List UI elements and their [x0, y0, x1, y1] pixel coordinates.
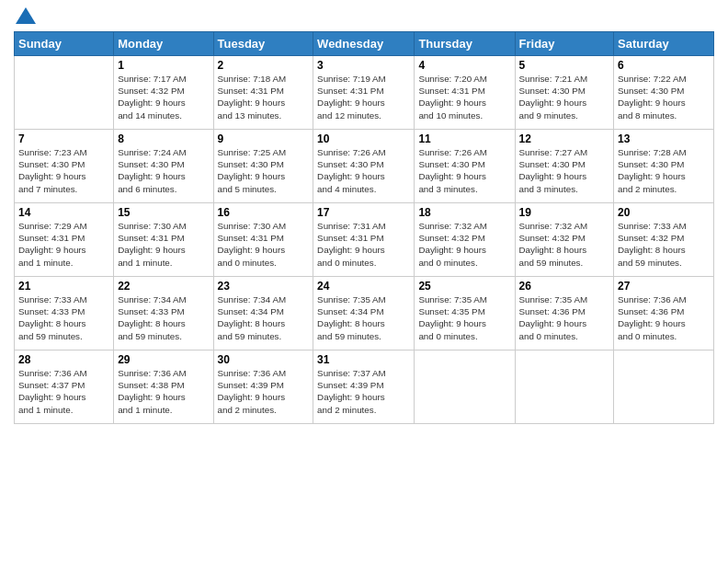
- day-cell-27: 27Sunrise: 7:36 AM Sunset: 4:36 PM Dayli…: [614, 277, 714, 350]
- day-cell-8: 8Sunrise: 7:24 AM Sunset: 4:30 PM Daylig…: [114, 130, 213, 203]
- day-info: Sunrise: 7:33 AM Sunset: 4:32 PM Dayligh…: [618, 220, 710, 269]
- day-info: Sunrise: 7:24 AM Sunset: 4:30 PM Dayligh…: [118, 146, 209, 195]
- day-number: 9: [218, 132, 310, 145]
- day-number: 4: [418, 59, 510, 72]
- day-number: 19: [519, 206, 610, 219]
- day-cell-21: 21Sunrise: 7:33 AM Sunset: 4:33 PM Dayli…: [15, 277, 114, 350]
- empty-cell: [614, 350, 714, 424]
- day-info: Sunrise: 7:35 AM Sunset: 4:35 PM Dayligh…: [418, 293, 510, 342]
- day-cell-28: 28Sunrise: 7:36 AM Sunset: 4:37 PM Dayli…: [15, 350, 114, 424]
- col-header-tuesday: Tuesday: [213, 32, 313, 56]
- day-cell-4: 4Sunrise: 7:20 AM Sunset: 4:31 PM Daylig…: [415, 56, 515, 130]
- day-number: 25: [418, 280, 510, 293]
- day-number: 26: [519, 280, 610, 293]
- day-cell-1: 1Sunrise: 7:17 AM Sunset: 4:32 PM Daylig…: [114, 56, 213, 130]
- day-info: Sunrise: 7:34 AM Sunset: 4:34 PM Dayligh…: [218, 293, 310, 342]
- week-row-1: 1Sunrise: 7:17 AM Sunset: 4:32 PM Daylig…: [15, 56, 714, 130]
- day-number: 1: [118, 59, 209, 72]
- day-number: 24: [317, 280, 410, 293]
- day-cell-6: 6Sunrise: 7:22 AM Sunset: 4:30 PM Daylig…: [614, 56, 714, 130]
- empty-cell: [15, 56, 114, 130]
- main-container: SundayMondayTuesdayWednesdayThursdayFrid…: [0, 0, 728, 433]
- day-cell-25: 25Sunrise: 7:35 AM Sunset: 4:35 PM Dayli…: [415, 277, 515, 350]
- day-info: Sunrise: 7:21 AM Sunset: 4:30 PM Dayligh…: [519, 73, 610, 121]
- day-info: Sunrise: 7:28 AM Sunset: 4:30 PM Dayligh…: [618, 146, 710, 195]
- day-cell-7: 7Sunrise: 7:23 AM Sunset: 4:30 PM Daylig…: [15, 130, 114, 203]
- calendar-table: SundayMondayTuesdayWednesdayThursdayFrid…: [14, 31, 714, 424]
- day-cell-23: 23Sunrise: 7:34 AM Sunset: 4:34 PM Dayli…: [213, 277, 313, 350]
- day-cell-24: 24Sunrise: 7:35 AM Sunset: 4:34 PM Dayli…: [313, 277, 415, 350]
- day-cell-2: 2Sunrise: 7:18 AM Sunset: 4:31 PM Daylig…: [213, 56, 313, 130]
- day-cell-15: 15Sunrise: 7:30 AM Sunset: 4:31 PM Dayli…: [114, 203, 213, 277]
- header: [14, 9, 714, 24]
- day-cell-20: 20Sunrise: 7:33 AM Sunset: 4:32 PM Dayli…: [614, 203, 714, 277]
- day-info: Sunrise: 7:33 AM Sunset: 4:33 PM Dayligh…: [18, 293, 109, 342]
- day-info: Sunrise: 7:26 AM Sunset: 4:30 PM Dayligh…: [317, 146, 410, 195]
- day-info: Sunrise: 7:36 AM Sunset: 4:38 PM Dayligh…: [118, 367, 209, 416]
- day-cell-29: 29Sunrise: 7:36 AM Sunset: 4:38 PM Dayli…: [114, 350, 213, 424]
- day-cell-22: 22Sunrise: 7:34 AM Sunset: 4:33 PM Dayli…: [114, 277, 213, 350]
- day-number: 5: [519, 59, 610, 72]
- day-info: Sunrise: 7:32 AM Sunset: 4:32 PM Dayligh…: [519, 220, 610, 269]
- week-row-2: 7Sunrise: 7:23 AM Sunset: 4:30 PM Daylig…: [15, 130, 714, 203]
- day-number: 23: [218, 280, 310, 293]
- day-info: Sunrise: 7:22 AM Sunset: 4:30 PM Dayligh…: [618, 73, 710, 121]
- day-cell-14: 14Sunrise: 7:29 AM Sunset: 4:31 PM Dayli…: [15, 203, 114, 277]
- day-info: Sunrise: 7:29 AM Sunset: 4:31 PM Dayligh…: [18, 220, 109, 269]
- day-cell-5: 5Sunrise: 7:21 AM Sunset: 4:30 PM Daylig…: [515, 56, 614, 130]
- day-number: 22: [118, 280, 209, 293]
- day-number: 12: [519, 132, 610, 145]
- day-info: Sunrise: 7:17 AM Sunset: 4:32 PM Dayligh…: [118, 73, 209, 121]
- week-row-5: 28Sunrise: 7:36 AM Sunset: 4:37 PM Dayli…: [15, 350, 714, 424]
- day-info: Sunrise: 7:30 AM Sunset: 4:31 PM Dayligh…: [118, 220, 209, 269]
- empty-cell: [515, 350, 614, 424]
- logo-icon: [16, 7, 36, 24]
- svg-marker-0: [16, 7, 36, 24]
- day-number: 29: [118, 353, 209, 366]
- day-number: 28: [18, 353, 109, 366]
- day-number: 14: [18, 206, 109, 219]
- day-cell-16: 16Sunrise: 7:30 AM Sunset: 4:31 PM Dayli…: [213, 203, 313, 277]
- col-header-wednesday: Wednesday: [313, 32, 415, 56]
- day-cell-11: 11Sunrise: 7:26 AM Sunset: 4:30 PM Dayli…: [415, 130, 515, 203]
- day-cell-31: 31Sunrise: 7:37 AM Sunset: 4:39 PM Dayli…: [313, 350, 415, 424]
- day-number: 17: [317, 206, 410, 219]
- day-cell-26: 26Sunrise: 7:35 AM Sunset: 4:36 PM Dayli…: [515, 277, 614, 350]
- day-number: 21: [18, 280, 109, 293]
- day-number: 13: [618, 132, 710, 145]
- day-info: Sunrise: 7:35 AM Sunset: 4:34 PM Dayligh…: [317, 293, 410, 342]
- day-number: 3: [317, 59, 410, 72]
- day-number: 16: [218, 206, 310, 219]
- day-info: Sunrise: 7:35 AM Sunset: 4:36 PM Dayligh…: [519, 293, 610, 342]
- day-info: Sunrise: 7:25 AM Sunset: 4:30 PM Dayligh…: [218, 146, 310, 195]
- empty-cell: [415, 350, 515, 424]
- day-info: Sunrise: 7:18 AM Sunset: 4:31 PM Dayligh…: [218, 73, 310, 121]
- day-number: 8: [118, 132, 209, 145]
- day-number: 15: [118, 206, 209, 219]
- day-info: Sunrise: 7:37 AM Sunset: 4:39 PM Dayligh…: [317, 367, 410, 416]
- day-info: Sunrise: 7:36 AM Sunset: 4:36 PM Dayligh…: [618, 293, 710, 342]
- week-row-3: 14Sunrise: 7:29 AM Sunset: 4:31 PM Dayli…: [15, 203, 714, 277]
- day-number: 2: [218, 59, 310, 72]
- col-header-thursday: Thursday: [415, 32, 515, 56]
- day-number: 27: [618, 280, 710, 293]
- day-cell-13: 13Sunrise: 7:28 AM Sunset: 4:30 PM Dayli…: [614, 130, 714, 203]
- day-info: Sunrise: 7:19 AM Sunset: 4:31 PM Dayligh…: [317, 73, 410, 121]
- day-cell-18: 18Sunrise: 7:32 AM Sunset: 4:32 PM Dayli…: [415, 203, 515, 277]
- col-header-sunday: Sunday: [15, 32, 114, 56]
- day-cell-3: 3Sunrise: 7:19 AM Sunset: 4:31 PM Daylig…: [313, 56, 415, 130]
- day-info: Sunrise: 7:27 AM Sunset: 4:30 PM Dayligh…: [519, 146, 610, 195]
- week-row-4: 21Sunrise: 7:33 AM Sunset: 4:33 PM Dayli…: [15, 277, 714, 350]
- day-info: Sunrise: 7:36 AM Sunset: 4:39 PM Dayligh…: [218, 367, 310, 416]
- col-header-friday: Friday: [515, 32, 614, 56]
- day-number: 10: [317, 132, 410, 145]
- day-number: 7: [18, 132, 109, 145]
- day-cell-12: 12Sunrise: 7:27 AM Sunset: 4:30 PM Dayli…: [515, 130, 614, 203]
- day-cell-9: 9Sunrise: 7:25 AM Sunset: 4:30 PM Daylig…: [213, 130, 313, 203]
- day-number: 11: [418, 132, 510, 145]
- day-number: 30: [218, 353, 310, 366]
- col-header-saturday: Saturday: [614, 32, 714, 56]
- day-cell-17: 17Sunrise: 7:31 AM Sunset: 4:31 PM Dayli…: [313, 203, 415, 277]
- day-info: Sunrise: 7:34 AM Sunset: 4:33 PM Dayligh…: [118, 293, 209, 342]
- day-info: Sunrise: 7:32 AM Sunset: 4:32 PM Dayligh…: [418, 220, 510, 269]
